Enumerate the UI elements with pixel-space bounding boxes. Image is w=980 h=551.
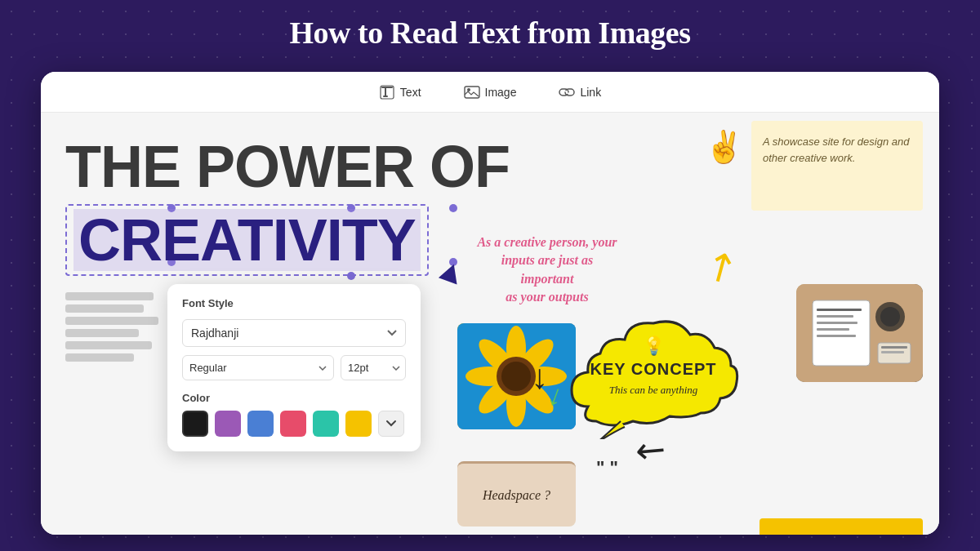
headspace-text: Headspace ?: [483, 488, 550, 503]
svg-point-25: [880, 307, 900, 327]
cloud-bubble: 💡 KEY CONCEPT This can be anything: [564, 300, 743, 439]
cursor-arrow: [439, 261, 463, 285]
down-arrow-left: ↓: [531, 358, 548, 397]
yellow-arrow: ↗: [695, 238, 746, 294]
selection-handle-tr: [449, 204, 457, 212]
cloud-subtitle: This can be anything: [609, 384, 698, 397]
lightbulb-emoji: 💡: [643, 335, 665, 357]
color-swatch-blue[interactable]: [247, 411, 274, 437]
page-title: How to Read Text from Images: [0, 15, 980, 51]
sticky-note: A showcase site for design and other cre…: [751, 121, 923, 211]
main-card: Text Image Link THE POWE: [41, 72, 939, 535]
svg-point-5: [467, 88, 470, 91]
toolbar-image-label: Image: [485, 86, 517, 99]
svg-rect-20: [817, 315, 853, 318]
toolbar-link-label: Link: [580, 86, 601, 99]
font-family-row: Rajdhanji: [182, 319, 406, 347]
svg-rect-2: [383, 96, 388, 97]
color-swatch-yellow[interactable]: [345, 411, 372, 437]
peace-emoji: ✌️: [705, 129, 743, 165]
font-size-select[interactable]: 12pt: [341, 355, 406, 380]
toolbar-image-item[interactable]: Image: [456, 79, 525, 105]
cloud-text-wrapper: 💡 KEY CONCEPT This can be anything: [564, 300, 743, 439]
svg-rect-19: [817, 309, 862, 311]
svg-rect-27: [881, 346, 907, 349]
toolbar: Text Image Link: [41, 72, 939, 113]
desk-image: [796, 284, 923, 382]
headline-creativity-wrapper[interactable]: CREATIVITY: [65, 204, 429, 276]
svg-rect-22: [817, 328, 849, 331]
text-icon: [379, 84, 395, 100]
color-swatch-purple[interactable]: [215, 411, 241, 437]
image-icon: [464, 84, 480, 100]
font-style-size-row: Regular 12pt: [182, 355, 406, 380]
canvas-area: THE POWER OF CREATIVITY As a creative pe…: [41, 113, 939, 535]
color-label: Color: [182, 392, 406, 404]
sticky-note-text: A showcase site for design and other cre…: [763, 134, 911, 166]
font-family-select[interactable]: Rajdhanji: [182, 319, 406, 347]
font-panel-title: Font Style: [182, 297, 406, 309]
quote-marks: " ": [596, 457, 618, 478]
color-swatch-red[interactable]: [280, 411, 306, 437]
svg-rect-21: [817, 322, 858, 324]
cloud-title: KEY CONCEPT: [590, 360, 716, 379]
bottom-yellow-bar: [760, 518, 923, 535]
left-body-text: [65, 292, 163, 366]
color-more-button[interactable]: [378, 411, 404, 437]
headline-power: THE POWER OF: [65, 137, 510, 196]
link-icon: [559, 84, 575, 100]
chevron-down-icon: [385, 417, 398, 430]
font-weight-select[interactable]: Regular: [182, 355, 334, 380]
color-swatch-teal[interactable]: [313, 411, 339, 437]
headline-creativity: CREATIVITY: [74, 209, 421, 271]
toolbar-text-label: Text: [400, 86, 421, 99]
svg-rect-0: [381, 87, 393, 88]
toolbar-link-item[interactable]: Link: [550, 79, 609, 105]
toolbar-text-item[interactable]: Text: [371, 79, 430, 105]
sunflower-image: [457, 323, 576, 429]
svg-rect-23: [817, 335, 856, 337]
svg-point-16: [501, 362, 531, 391]
color-swatch-black[interactable]: [182, 411, 208, 437]
color-swatches-row: [182, 411, 406, 437]
headspace-card: Headspace ?: [457, 461, 576, 527]
font-style-panel: Font Style Rajdhanji Regular 12pt Color: [167, 284, 421, 451]
svg-rect-28: [881, 351, 904, 353]
pink-italic-text: As a creative person, your inputs are ju…: [474, 233, 621, 307]
